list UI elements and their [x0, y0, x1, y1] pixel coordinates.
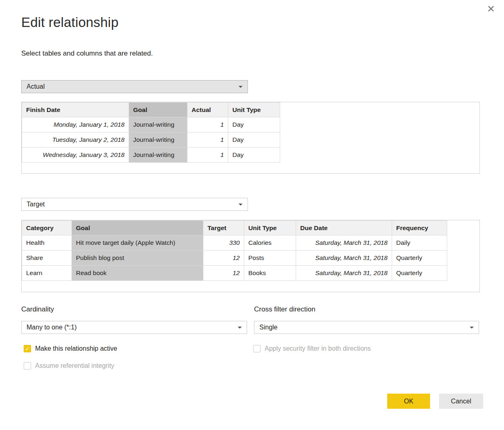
table-cell[interactable]: Monday, January 1, 2018 [22, 117, 129, 132]
table-cell[interactable]: 1 [187, 132, 228, 148]
checkbox-unchecked-icon [253, 345, 261, 352]
table1: Finish Date Goal Actual Unit Type Monday… [22, 102, 280, 163]
table-cell-selected[interactable]: Read book [72, 266, 203, 281]
checkbox-label: Make this relationship active [35, 345, 117, 352]
table2-header-target[interactable]: Target [203, 221, 244, 235]
edit-relationship-dialog: ✕ Edit relationship Select tables and co… [0, 0, 504, 430]
cross-filter-label: Cross filter direction [254, 305, 315, 314]
table-cell[interactable]: 12 [203, 251, 244, 266]
table2-selector-value: Target [27, 201, 45, 208]
table-cell[interactable]: Quarterly [392, 266, 447, 281]
table1-selector-dropdown[interactable]: Actual [21, 80, 248, 93]
table-cell-selected[interactable]: Journal-writing [129, 132, 187, 148]
cardinality-label: Cardinality [21, 305, 54, 314]
table2-container: Category Goal Target Unit Type Due Date … [21, 220, 480, 292]
table1-header-row: Finish Date Goal Actual Unit Type [22, 103, 280, 117]
table-row: Health Hit move target daily (Apple Watc… [22, 235, 447, 251]
table1-header-goal-selected[interactable]: Goal [129, 103, 187, 117]
table-cell[interactable]: Learn [22, 266, 72, 281]
table2-header-due-date[interactable]: Due Date [296, 221, 392, 235]
checkbox-checked-icon: ✓ [24, 345, 31, 352]
cross-filter-value: Single [259, 324, 277, 331]
table2-selector-dropdown[interactable]: Target [21, 198, 248, 211]
table-cell[interactable]: Wednesday, January 3, 2018 [22, 148, 129, 163]
table-cell[interactable]: Calories [244, 235, 296, 251]
table-cell[interactable]: 1 [187, 117, 228, 132]
table-cell[interactable]: Share [22, 251, 72, 266]
table-row: Learn Read book 12 Books Saturday, March… [22, 266, 447, 281]
table-cell-selected[interactable]: Journal-writing [129, 117, 187, 132]
chevron-down-icon [239, 86, 243, 88]
table2-header-frequency[interactable]: Frequency [392, 221, 447, 235]
table-cell[interactable]: Saturday, March 31, 2018 [296, 235, 392, 251]
chevron-down-icon [470, 327, 474, 329]
table2-header-category[interactable]: Category [22, 221, 72, 235]
table2-header-unit-type[interactable]: Unit Type [244, 221, 296, 235]
table-cell-selected[interactable]: Journal-writing [129, 148, 187, 163]
table-row: Tuesday, January 2, 2018 Journal-writing… [22, 132, 280, 148]
checkbox-label: Assume referential integrity [35, 362, 114, 370]
table-cell[interactable]: 12 [203, 266, 244, 281]
assume-referential-integrity-checkbox: Assume referential integrity [24, 362, 114, 370]
table-cell[interactable]: Health [22, 235, 72, 251]
table-cell[interactable]: Day [228, 148, 280, 163]
table-cell-selected[interactable]: Publish blog post [72, 251, 203, 266]
table2: Category Goal Target Unit Type Due Date … [22, 220, 447, 281]
cardinality-dropdown[interactable]: Many to one (*:1) [21, 321, 247, 334]
dialog-subtitle: Select tables and columns that are relat… [21, 49, 153, 58]
chevron-down-icon [239, 204, 243, 206]
make-relationship-active-checkbox[interactable]: ✓ Make this relationship active [24, 345, 117, 352]
cancel-button[interactable]: Cancel [439, 394, 483, 409]
checkbox-unchecked-icon [24, 362, 31, 370]
table-cell[interactable]: Quarterly [392, 251, 447, 266]
table-cell[interactable]: 1 [187, 148, 228, 163]
table-cell[interactable]: Posts [244, 251, 296, 266]
table1-header-actual[interactable]: Actual [187, 103, 228, 117]
table2-header-goal-selected[interactable]: Goal [72, 221, 203, 235]
dialog-title: Edit relationship [21, 15, 118, 30]
table-cell-selected[interactable]: Hit move target daily (Apple Watch) [72, 235, 203, 251]
table-cell[interactable]: Books [244, 266, 296, 281]
table-row: Share Publish blog post 12 Posts Saturda… [22, 251, 447, 266]
table-row: Monday, January 1, 2018 Journal-writing … [22, 117, 280, 132]
cardinality-value: Many to one (*:1) [27, 324, 77, 331]
table-row: Wednesday, January 3, 2018 Journal-writi… [22, 148, 280, 163]
table-cell[interactable]: Saturday, March 31, 2018 [296, 251, 392, 266]
table-cell[interactable]: Day [228, 132, 280, 148]
table-cell[interactable]: Saturday, March 31, 2018 [296, 266, 392, 281]
checkbox-label: Apply security filter in both directions [265, 345, 371, 352]
table2-header-row: Category Goal Target Unit Type Due Date … [22, 221, 447, 235]
table1-container: Finish Date Goal Actual Unit Type Monday… [21, 102, 480, 174]
chevron-down-icon [238, 327, 242, 329]
table1-header-unit-type[interactable]: Unit Type [228, 103, 280, 117]
table1-selector-value: Actual [27, 83, 45, 90]
close-icon[interactable]: ✕ [485, 2, 497, 16]
apply-security-filter-checkbox: Apply security filter in both directions [253, 345, 371, 352]
cross-filter-dropdown[interactable]: Single [254, 321, 479, 334]
table-cell[interactable]: 330 [203, 235, 244, 251]
table-cell[interactable]: Daily [392, 235, 447, 251]
ok-button[interactable]: OK [387, 394, 430, 409]
table-cell[interactable]: Tuesday, January 2, 2018 [22, 132, 129, 148]
table1-header-finish-date[interactable]: Finish Date [22, 103, 129, 117]
check-icon: ✓ [25, 346, 30, 352]
table-cell[interactable]: Day [228, 117, 280, 132]
